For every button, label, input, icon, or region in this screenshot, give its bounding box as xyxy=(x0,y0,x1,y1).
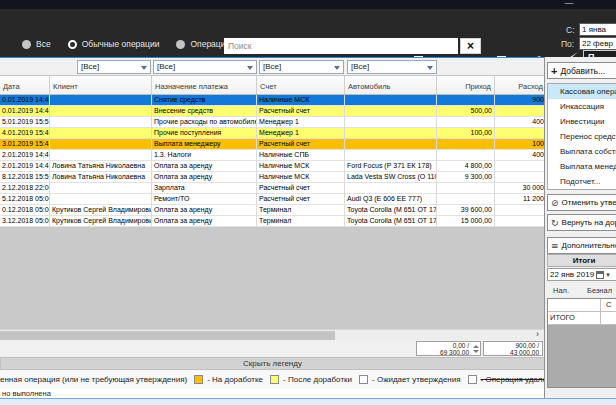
cell-purpose: Прочие поступления xyxy=(152,128,257,139)
cell-date: 0.01.2019 14:48 xyxy=(0,106,50,117)
menu-item[interactable]: Перенос средст xyxy=(548,129,616,144)
column-header[interactable]: Дата xyxy=(0,76,50,94)
cell-income xyxy=(437,117,495,128)
column-header[interactable]: Клиент xyxy=(50,76,152,94)
menu-item[interactable]: Выплата менед. xyxy=(548,159,616,174)
legend-swatch xyxy=(194,375,203,384)
income-summary-cell: 0,00 / 69 300,00 xyxy=(416,341,481,356)
table-row[interactable]: 8.12.2018 15:57Ловина Татьяна Николаевна… xyxy=(0,172,545,183)
cell-account: Менеджер 1 xyxy=(257,117,345,128)
cell-income xyxy=(437,183,495,194)
table-row[interactable]: 5.01.2019 15:51Прочие расходы по автомоб… xyxy=(0,117,545,128)
menu-item[interactable]: Подотчет... xyxy=(548,174,616,189)
cell-income: 9 300,00 xyxy=(437,172,495,183)
cell-date: 8.12.2018 15:57 xyxy=(0,172,50,183)
table-row[interactable]: 0.12.2018 05:00Крутиков Сергей Владимиро… xyxy=(0,205,545,216)
legend-label: - После доработки xyxy=(283,375,352,384)
table-row[interactable]: 0.01.2019 14:49Снятие средствНаличные МС… xyxy=(0,95,545,106)
menu-item[interactable]: Выплата собств xyxy=(548,144,616,159)
table-row[interactable]: 2.12.2018 22:00ЗарплатаРасчетный счет30 … xyxy=(0,183,545,194)
date-to-field[interactable]: 22 февр xyxy=(579,37,616,50)
return-to-rework-button[interactable]: ↻ Вернуть на дор xyxy=(547,214,616,231)
add-button[interactable]: + Добавить... xyxy=(547,62,616,79)
cell-client: Ловина Татьяна Николаевна xyxy=(50,161,152,172)
cell-car xyxy=(345,139,437,150)
filter-combo[interactable]: [Все] xyxy=(347,60,437,74)
table-row[interactable]: 2.01.2019 14:471.3. НалогиНаличные СПБ40… xyxy=(0,150,545,161)
cancel-approval-button[interactable]: ⊘ Отменить утвер xyxy=(547,194,616,211)
income-selected: 0,00 / xyxy=(420,342,469,349)
table-row[interactable]: 0.01.2019 14:48Внесение средствРасчетный… xyxy=(0,106,545,117)
cell-client xyxy=(50,95,152,106)
cancel-button-label: Отменить утвер xyxy=(562,198,616,207)
menu-item[interactable]: Инкассация xyxy=(548,99,616,114)
cell-car: Audi Q3 (Е 606 ЕЕ 777) xyxy=(345,194,437,205)
radio-label: Обычные операции xyxy=(82,39,160,49)
title-bar: — xyxy=(0,0,616,9)
column-header[interactable]: Расход xyxy=(495,76,545,94)
menu-item[interactable]: Кассовая опера xyxy=(548,84,616,99)
cell-purpose: Выплата менеджеру xyxy=(152,139,257,150)
cell-client xyxy=(50,106,152,117)
search-input[interactable] xyxy=(224,38,458,54)
cell-car xyxy=(345,128,437,139)
date-to-label: По: xyxy=(561,39,574,49)
cell-purpose: Ремонт/ТО xyxy=(152,194,257,205)
legend-item: - На доработке xyxy=(194,375,263,384)
legend-label: - Ожидает утверждения xyxy=(372,375,461,384)
table-row[interactable]: 3.12.2018 05:00Крутиков Сергей Владимиро… xyxy=(0,216,545,227)
cell-account: Терминал xyxy=(257,216,345,227)
more-options-button[interactable]: ≡ Дополнительно xyxy=(547,237,616,254)
cell-client xyxy=(50,194,152,205)
cell-date: 5.01.2019 15:51 xyxy=(0,117,50,128)
cell-date: 3.12.2018 05:00 xyxy=(0,216,50,227)
table-row[interactable]: 2.01.2019 14:41Ловина Татьяна Николаевна… xyxy=(0,161,545,172)
scrollbar-thumb[interactable] xyxy=(0,331,335,340)
radio-option[interactable]: Все xyxy=(22,39,51,49)
spinner-icon[interactable] xyxy=(472,344,479,354)
table-row[interactable]: 3.01.2019 15:45Выплата менеджеруРасчетны… xyxy=(0,139,545,150)
cell-income xyxy=(437,139,495,150)
cell-expense: 900 xyxy=(495,95,545,106)
cell-date: 4.01.2019 15:49 xyxy=(0,128,50,139)
cell-expense xyxy=(495,161,545,172)
cell-income xyxy=(437,194,495,205)
cashless-column-label: Безнал xyxy=(587,286,612,295)
income-total: 69 300,00 xyxy=(420,349,469,356)
cell-date: 2.01.2019 14:47 xyxy=(0,150,50,161)
scrollbar-right-arrow-icon[interactable]: › xyxy=(531,330,544,340)
table-row[interactable]: 4.01.2019 15:49Прочие поступленияМенедже… xyxy=(0,128,545,139)
radio-option[interactable]: Обычные операции xyxy=(68,39,160,49)
chevron-down-icon: ▾ xyxy=(606,271,610,279)
cell-purpose: Оплата за аренду xyxy=(152,216,257,227)
totals-date-value: 22 янв 2019 xyxy=(550,270,594,279)
column-header[interactable]: Назначение платежа xyxy=(152,76,257,94)
cell-expense: 30 000 xyxy=(495,183,545,194)
filter-combo[interactable]: [Все] xyxy=(77,60,151,74)
column-header[interactable]: Приход xyxy=(437,76,495,94)
cell-car: Lada Vesta SW Cross (О 110 xyxy=(345,172,437,183)
cell-client: Крутиков Сергей Владимирович xyxy=(50,205,152,216)
column-header[interactable]: Автомобиль xyxy=(345,76,437,94)
menu-item[interactable]: Инвестиции xyxy=(548,114,616,129)
expense-total: 43 000,00 xyxy=(487,349,539,356)
filter-combo[interactable]: [Все] xyxy=(153,60,257,74)
legend-item: - Операция удалена xyxy=(468,375,545,384)
expense-summary-cell: 900,00 / 43 000,00 xyxy=(483,341,543,356)
table-row[interactable]: 5.12.2018 05:00Ремонт/ТОРасчетный счетAu… xyxy=(0,194,545,205)
cell-client xyxy=(50,139,152,150)
date-from-field[interactable]: 1 янва xyxy=(579,23,616,36)
minimize-button[interactable]: — xyxy=(558,0,580,9)
cell-client xyxy=(50,117,152,128)
cell-income: 100,00 xyxy=(437,128,495,139)
cell-date: 2.01.2019 14:41 xyxy=(0,161,50,172)
cell-purpose: Оплата за аренду xyxy=(152,205,257,216)
cash-column-label: Нал. xyxy=(553,286,569,295)
expense-selected: 900,00 / xyxy=(487,342,539,349)
filter-combo[interactable]: [Все] xyxy=(259,60,344,74)
totals-date-picker[interactable]: 22 янв 2019 ▾ xyxy=(547,268,616,281)
clear-search-button[interactable]: × xyxy=(460,38,481,54)
column-header[interactable]: Счет xyxy=(257,76,345,94)
horizontal-scrollbar[interactable]: › xyxy=(0,329,545,340)
hide-legend-button[interactable]: Скрыть легенду xyxy=(0,357,545,370)
